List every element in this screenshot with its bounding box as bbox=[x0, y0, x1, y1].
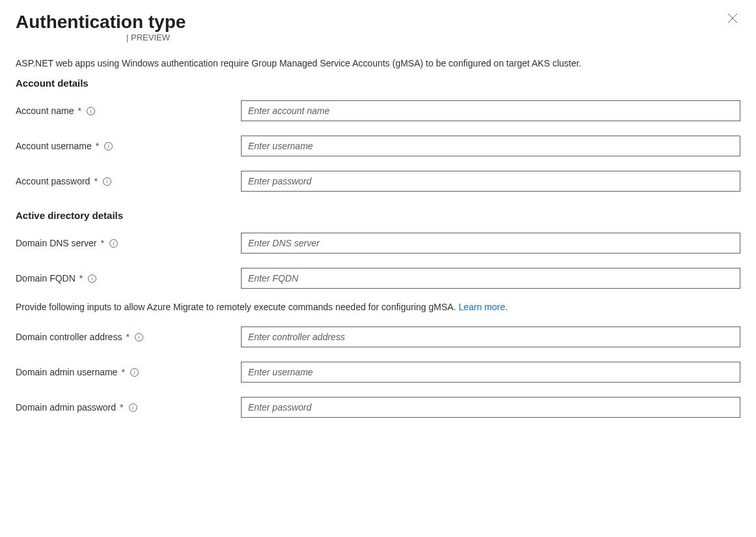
account-password-label-wrap: Account password * i bbox=[16, 176, 241, 186]
info-icon[interactable]: i bbox=[130, 368, 139, 377]
admin-username-row: Domain admin username * i bbox=[16, 362, 740, 383]
account-section-title: Account details bbox=[16, 78, 740, 89]
required-indicator: * bbox=[79, 273, 83, 283]
account-password-input[interactable] bbox=[241, 171, 740, 192]
page-header: Authentication type | PREVIEW bbox=[16, 10, 740, 42]
admin-password-label-wrap: Domain admin password * i bbox=[16, 402, 241, 413]
account-username-label-wrap: Account username * i bbox=[16, 141, 241, 151]
info-icon[interactable]: i bbox=[135, 333, 143, 341]
required-indicator: * bbox=[78, 106, 81, 116]
close-icon bbox=[727, 13, 738, 23]
learn-more-link[interactable]: Learn more. bbox=[458, 302, 507, 312]
required-indicator: * bbox=[121, 367, 124, 377]
controller-row: Domain controller address * i bbox=[16, 327, 740, 347]
fqdn-label: Domain FQDN bbox=[16, 273, 76, 283]
admin-password-input[interactable] bbox=[241, 397, 740, 418]
account-name-label-wrap: Account name * i bbox=[16, 106, 241, 116]
helper-text: Provide following inputs to allow Azure … bbox=[16, 302, 740, 312]
ad-section-title: Active directory details bbox=[16, 210, 740, 221]
admin-password-label: Domain admin password bbox=[16, 402, 116, 413]
info-icon[interactable]: i bbox=[104, 142, 113, 151]
account-password-label: Account password bbox=[16, 176, 90, 186]
account-name-label: Account name bbox=[16, 106, 74, 116]
controller-label: Domain controller address bbox=[16, 332, 122, 342]
dns-server-label-wrap: Domain DNS server * i bbox=[16, 238, 241, 248]
page-title: Authentication type bbox=[16, 10, 186, 34]
header-left: Authentication type | PREVIEW bbox=[16, 10, 186, 42]
account-username-input[interactable] bbox=[241, 136, 740, 156]
dns-server-row: Domain DNS server * i bbox=[16, 233, 740, 254]
controller-label-wrap: Domain controller address * i bbox=[16, 332, 241, 342]
required-indicator: * bbox=[120, 402, 123, 413]
info-icon[interactable]: i bbox=[88, 274, 96, 283]
admin-username-label: Domain admin username bbox=[16, 367, 117, 377]
account-password-row: Account password * i bbox=[16, 171, 740, 192]
required-indicator: * bbox=[126, 332, 129, 342]
info-icon[interactable]: i bbox=[129, 403, 137, 412]
info-icon[interactable]: i bbox=[109, 239, 118, 248]
required-indicator: * bbox=[94, 176, 97, 186]
fqdn-row: Domain FQDN * i bbox=[16, 268, 740, 289]
intro-text: ASP.NET web apps using Windows authentic… bbox=[16, 58, 740, 68]
admin-password-row: Domain admin password * i bbox=[16, 397, 740, 418]
preview-badge: | PREVIEW bbox=[16, 33, 186, 42]
required-indicator: * bbox=[100, 238, 104, 248]
info-icon[interactable]: i bbox=[103, 177, 111, 186]
fqdn-input[interactable] bbox=[241, 268, 740, 289]
account-name-input[interactable] bbox=[241, 100, 740, 121]
dns-server-label: Domain DNS server bbox=[16, 238, 96, 248]
controller-input[interactable] bbox=[241, 327, 740, 347]
fqdn-label-wrap: Domain FQDN * i bbox=[16, 273, 241, 283]
dns-server-input[interactable] bbox=[241, 233, 740, 254]
account-name-row: Account name * i bbox=[16, 100, 740, 121]
admin-username-label-wrap: Domain admin username * i bbox=[16, 367, 241, 377]
account-username-row: Account username * i bbox=[16, 136, 740, 156]
close-button[interactable] bbox=[725, 10, 740, 26]
required-indicator: * bbox=[96, 141, 99, 151]
admin-username-input[interactable] bbox=[241, 362, 740, 383]
account-username-label: Account username bbox=[16, 141, 92, 151]
helper-text-content: Provide following inputs to allow Azure … bbox=[16, 302, 458, 312]
info-icon[interactable]: i bbox=[87, 107, 95, 115]
